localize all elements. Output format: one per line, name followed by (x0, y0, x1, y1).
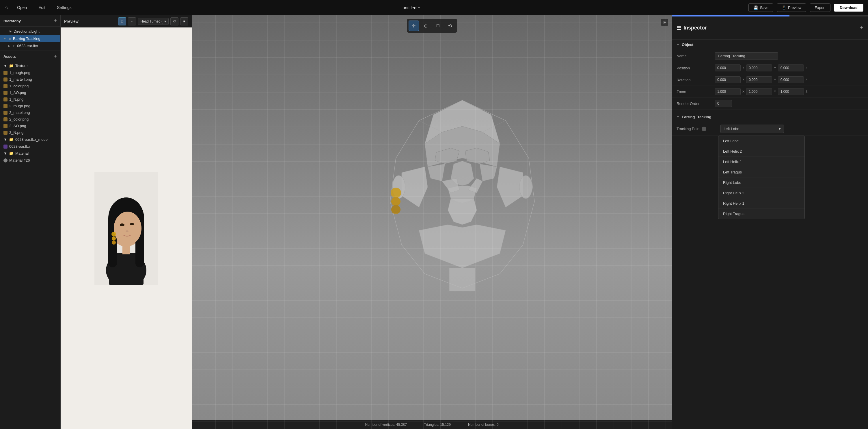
object-section-header[interactable]: ▼ Object (672, 39, 868, 50)
name-input[interactable] (715, 52, 778, 60)
home-icon[interactable]: ⌂ (5, 5, 8, 11)
rotation-x-input[interactable] (715, 76, 741, 83)
hierarchy-add-button[interactable]: + (54, 18, 57, 23)
chevron-icon: ▶ (8, 44, 11, 48)
animation-select[interactable]: Head Turned ( ▾ (138, 18, 168, 25)
asset-item[interactable]: 1_rough.png (0, 69, 60, 76)
hierarchy-items: ☀ DirectionalLight ▼ ◈ Earring Tracking … (0, 27, 60, 51)
rotation-y-input[interactable] (746, 76, 772, 83)
dropdown-item-left-lobe[interactable]: Left Lobe (718, 136, 804, 146)
assets-add-button[interactable]: + (54, 54, 57, 59)
svg-marker-17 (425, 126, 500, 167)
zoom-z-input[interactable] (778, 88, 804, 95)
tracking-point-select[interactable]: Left Lobe ▾ (720, 124, 784, 133)
asset-label: 2_rough.png (9, 104, 30, 108)
asset-item[interactable]: 0623-ear.fbx (0, 143, 60, 150)
assets-folder-material[interactable]: ▼ 📁 Material (0, 150, 60, 157)
rotation-z-input[interactable] (778, 76, 804, 83)
svg-point-9 (120, 224, 124, 226)
scale-tool-btn[interactable]: □ (433, 21, 443, 31)
main-layout: Hierarchy + ☀ DirectionalLight ▼ ◈ Earri… (0, 15, 868, 429)
asset-item[interactable]: 1_color.png (0, 83, 60, 89)
dropdown-item-right-tragus[interactable]: Right Tragus (718, 209, 804, 219)
transform-tool-btn[interactable]: ⟲ (445, 21, 455, 31)
position-z-input[interactable] (778, 64, 804, 72)
viewport[interactable]: ✛ ⊕ □ ⟲ F Number of vertices: 45,387 Tri… (192, 15, 672, 429)
texture-icon (3, 111, 7, 115)
name-value (715, 52, 863, 60)
svg-line-38 (483, 120, 506, 132)
dropdown-item-left-helix-2[interactable]: Left Helix 2 (718, 146, 804, 157)
topbar: ⌂ Open Edit Settings untitled ▾ 💾 Save 📱… (0, 0, 868, 15)
dropdown-item-right-helix-2[interactable]: Right Helix 2 (718, 188, 804, 198)
model-icon: □ (13, 44, 15, 48)
svg-point-36 (520, 175, 532, 199)
assets-folder-texture[interactable]: ▼ 📁 Texture (0, 62, 60, 69)
dropdown-item-left-helix-1[interactable]: Left Helix 1 (718, 157, 804, 167)
inspector-add-button[interactable]: + (860, 25, 863, 31)
project-dropdown-btn[interactable]: ▾ (418, 5, 420, 9)
section-arrow-icon: ▼ (677, 115, 679, 118)
asset-item[interactable]: Material #26 (0, 157, 60, 164)
open-button[interactable]: Open (15, 4, 29, 11)
hierarchy-item-model-file[interactable]: ▶ □ 0623-ear.fbx (0, 42, 60, 50)
tracking-point-value: Left Lobe (724, 126, 739, 131)
earring-tracking-section-header[interactable]: ▼ Earring Tracking (672, 112, 868, 122)
info-icon[interactable]: i (702, 126, 706, 131)
folder-chevron: ▼ (3, 64, 7, 68)
hierarchy-item-directional-light[interactable]: ☀ DirectionalLight (0, 28, 60, 35)
asset-item[interactable]: 2_N.png (0, 129, 60, 136)
dropdown-item-right-lobe[interactable]: Right Lobe (718, 177, 804, 188)
hierarchy-title: Hierarchy (3, 19, 21, 23)
asset-label: 0623-ear.fbx (9, 144, 30, 149)
asset-item[interactable]: 1_N.png (0, 96, 60, 103)
svg-marker-19 (465, 148, 490, 164)
download-button[interactable]: Download (834, 4, 863, 11)
z-axis-label: Z (806, 78, 808, 82)
position-x-input[interactable] (715, 64, 741, 72)
folder-icon: 📁 (9, 151, 13, 155)
preview-mode-btn[interactable]: □ (118, 17, 126, 25)
asset-item[interactable]: 1_ma te l.png (0, 76, 60, 83)
zoom-y-input[interactable] (746, 88, 772, 95)
dropdown-chevron-icon: ▾ (779, 126, 781, 131)
edit-button[interactable]: Edit (36, 4, 48, 11)
asset-item[interactable]: 2_matel.png (0, 109, 60, 116)
asset-item[interactable]: 2_AO.png (0, 122, 60, 129)
texture-icon (3, 97, 7, 102)
position-y-input[interactable] (746, 64, 772, 72)
hierarchy-item-earring-tracking[interactable]: ▼ ◈ Earring Tracking (0, 35, 60, 42)
zoom-x-input[interactable] (715, 88, 741, 95)
rotation-property-row: Rotation X Y Z (672, 74, 868, 86)
hierarchy-item-label: Earring Tracking (13, 36, 40, 41)
settings-button[interactable]: Settings (55, 4, 74, 11)
save-button[interactable]: 💾 Save (748, 3, 773, 12)
x-axis-label: X (742, 90, 744, 93)
assets-folder-model[interactable]: ▼ 📁 0623-ear.fbx_model (0, 136, 60, 143)
preview-button[interactable]: 📱 Preview (777, 3, 806, 12)
texture-icon (3, 84, 7, 88)
dropdown-item-right-helix-1[interactable]: Right Helix 1 (718, 198, 804, 209)
svg-point-13 (112, 236, 116, 240)
hierarchy-item-label: DirectionalLight (13, 29, 39, 33)
texture-icon (3, 124, 7, 128)
render-order-input[interactable] (715, 100, 732, 107)
asset-item[interactable]: 2_rough.png (0, 103, 60, 109)
preview-refresh-btn[interactable]: ↺ (170, 17, 179, 25)
dropdown-item-left-tragus[interactable]: Left Tragus (718, 167, 804, 177)
move-tool-btn[interactable]: ✛ (409, 21, 419, 31)
asset-item[interactable]: 2_color.png (0, 116, 60, 122)
export-button[interactable]: Export (810, 3, 831, 12)
svg-marker-28 (428, 164, 445, 181)
name-property-row: Name (672, 50, 868, 62)
progress-bar (672, 15, 868, 17)
vertices-count: Number of vertices: 45,387 (365, 423, 407, 427)
preview-stop-btn[interactable]: ■ (180, 17, 188, 25)
svg-marker-27 (419, 225, 506, 268)
preview-header: Preview □ ○ Head Turned ( ▾ ↺ ■ (61, 15, 192, 27)
preview-sphere-btn[interactable]: ○ (128, 17, 136, 25)
asset-label: Material #26 (9, 158, 30, 163)
render-order-label: Render Order (677, 102, 711, 106)
asset-item[interactable]: 1_AO.png (0, 89, 60, 96)
rotate-tool-btn[interactable]: ⊕ (421, 21, 431, 31)
